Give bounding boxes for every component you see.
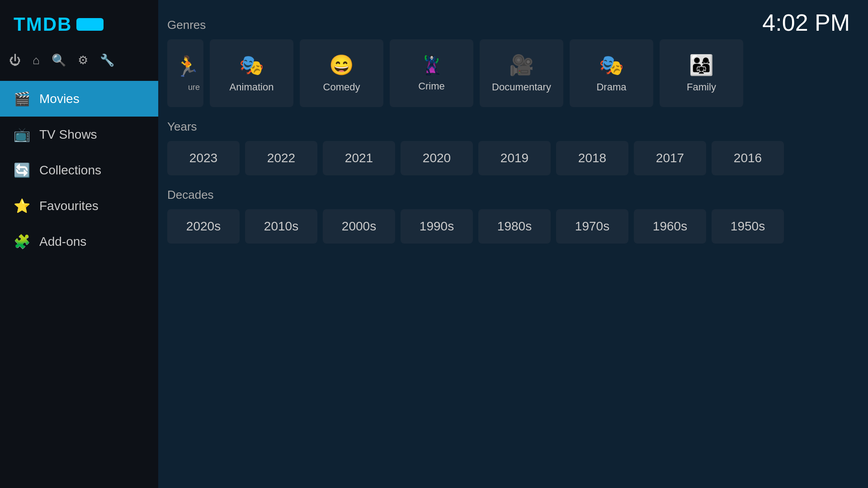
genre-label-family: Family <box>687 81 716 93</box>
documentary-icon: 🎥 <box>509 53 534 77</box>
family-icon: 👨‍👩‍👧 <box>689 53 714 77</box>
time-display: 4:02 PM <box>762 9 850 36</box>
year-2017[interactable]: 2017 <box>634 141 706 175</box>
genre-label-crime: Crime <box>418 80 445 92</box>
year-2021[interactable]: 2021 <box>323 141 395 175</box>
sidebar-label-tvshows: TV Shows <box>39 127 97 142</box>
sidebar-item-addons[interactable]: 🧩 Add-ons <box>0 224 158 259</box>
nav-items: 🎬 Movies 📺 TV Shows 🔄 Collections ⭐ Favo… <box>0 81 158 259</box>
genre-label-drama: Drama <box>596 81 626 93</box>
drama-icon: 🎭 <box>599 53 624 77</box>
decade-2000s[interactable]: 2000s <box>323 209 395 244</box>
decade-1960s[interactable]: 1960s <box>634 209 706 244</box>
year-2020[interactable]: 2020 <box>401 141 473 175</box>
sidebar-label-collections: Collections <box>39 163 101 178</box>
main-content: 4:02 PM Genres 🏃 ure 🎭 Animation 😄 Comed… <box>158 0 868 488</box>
sidebar-label-movies: Movies <box>39 92 80 106</box>
decade-2010s[interactable]: 2010s <box>245 209 317 244</box>
wrench-icon[interactable]: 🔧 <box>100 53 114 67</box>
movies-icon: 🎬 <box>14 91 30 107</box>
animation-icon: 🎭 <box>239 53 264 77</box>
collections-icon: 🔄 <box>14 162 30 178</box>
year-2018[interactable]: 2018 <box>556 141 628 175</box>
toolbar: ⏻ ⌂ 🔍 ⚙ 🔧 <box>0 49 158 76</box>
search-icon[interactable]: 🔍 <box>52 53 66 67</box>
logo-text: TMDB <box>14 14 72 35</box>
logo-area: TMDB <box>0 5 158 49</box>
decade-1990s[interactable]: 1990s <box>401 209 473 244</box>
year-2016[interactable]: 2016 <box>712 141 784 175</box>
sidebar-label-addons: Add-ons <box>39 235 86 249</box>
genre-label-animation: Animation <box>230 81 274 93</box>
years-row: 2023 2022 2021 2020 2019 2018 2017 2016 <box>167 141 854 175</box>
decades-row: 2020s 2010s 2000s 1990s 1980s 1970s 1960… <box>167 209 854 244</box>
genre-card-crime[interactable]: 🦹 Crime <box>390 39 473 107</box>
year-2023[interactable]: 2023 <box>167 141 240 175</box>
genre-card-documentary[interactable]: 🎥 Documentary <box>480 39 563 107</box>
years-label: Years <box>167 120 854 134</box>
genre-card-adventure[interactable]: 🏃 ure <box>167 39 203 107</box>
home-icon[interactable]: ⌂ <box>33 53 40 67</box>
sidebar-item-collections[interactable]: 🔄 Collections <box>0 152 158 188</box>
decades-label: Decades <box>167 188 854 202</box>
sidebar: TMDB ⏻ ⌂ 🔍 ⚙ 🔧 🎬 Movies 📺 TV Shows 🔄 Col… <box>0 0 158 488</box>
crime-icon: 🦹 <box>420 55 443 76</box>
adventure-icon: 🏃 <box>175 55 200 78</box>
decade-1980s[interactable]: 1980s <box>478 209 551 244</box>
power-icon[interactable]: ⏻ <box>9 53 21 67</box>
sidebar-label-favourites: Favourites <box>39 199 99 213</box>
addons-icon: 🧩 <box>14 234 30 249</box>
year-2022[interactable]: 2022 <box>245 141 317 175</box>
favourites-icon: ⭐ <box>14 198 30 214</box>
genres-label: Genres <box>167 18 854 32</box>
year-2019[interactable]: 2019 <box>478 141 551 175</box>
settings-icon[interactable]: ⚙ <box>78 53 88 67</box>
genre-label-documentary: Documentary <box>492 81 551 93</box>
decade-1950s[interactable]: 1950s <box>712 209 784 244</box>
sidebar-item-tvshows[interactable]: 📺 TV Shows <box>0 117 158 152</box>
genre-card-drama[interactable]: 🎭 Drama <box>570 39 653 107</box>
decade-1970s[interactable]: 1970s <box>556 209 628 244</box>
comedy-icon: 😄 <box>329 53 354 77</box>
logo-badge <box>76 18 104 31</box>
genre-card-comedy[interactable]: 😄 Comedy <box>300 39 383 107</box>
tvshows-icon: 📺 <box>14 127 30 142</box>
genre-card-family[interactable]: 👨‍👩‍👧 Family <box>660 39 743 107</box>
sidebar-item-movies[interactable]: 🎬 Movies <box>0 81 158 117</box>
genre-row: 🏃 ure 🎭 Animation 😄 Comedy 🦹 Crime 🎥 Doc… <box>167 39 854 107</box>
genre-label-adventure: ure <box>188 83 200 92</box>
genre-card-animation[interactable]: 🎭 Animation <box>210 39 293 107</box>
genre-label-comedy: Comedy <box>323 81 360 93</box>
decade-2020s[interactable]: 2020s <box>167 209 240 244</box>
sidebar-item-favourites[interactable]: ⭐ Favourites <box>0 188 158 224</box>
